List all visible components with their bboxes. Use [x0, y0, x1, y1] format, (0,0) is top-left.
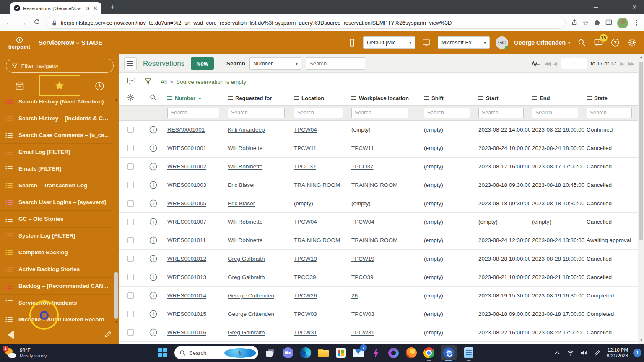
column-filter-input-requested-for[interactable] [228, 108, 285, 118]
column-filter-input-end[interactable] [532, 108, 578, 118]
info-icon[interactable] [149, 144, 157, 152]
record-link[interactable]: TRAINING ROOM [351, 237, 397, 243]
info-icon[interactable] [149, 255, 157, 263]
back-button[interactable]: ← [4, 19, 14, 27]
global-search-icon[interactable] [576, 37, 587, 48]
row-checkbox[interactable] [127, 292, 134, 299]
chrome-button[interactable] [423, 347, 434, 359]
browser-menu-icon[interactable]: ⋮ [633, 19, 640, 27]
column-header-end[interactable]: End [530, 91, 584, 105]
column-menu-icon[interactable] [351, 94, 356, 102]
previous-page-icon[interactable]: ◀ [553, 61, 557, 66]
tab-favorites[interactable] [39, 75, 80, 96]
row-checkbox[interactable] [127, 274, 134, 280]
record-link[interactable]: Kriti Amardeep [228, 127, 265, 133]
record-link[interactable]: WRES0001007 [167, 219, 206, 225]
record-link[interactable]: WRES0001001 [167, 145, 206, 151]
page-number-input[interactable] [561, 58, 587, 69]
record-link[interactable]: Eric Blaser [228, 200, 255, 207]
column-menu-icon[interactable] [228, 94, 233, 102]
list-search-icon[interactable] [141, 91, 165, 105]
breadcrumb-all-link[interactable]: All [161, 79, 167, 85]
record-link[interactable]: Will Robinette [228, 219, 262, 225]
row-checkbox[interactable] [127, 329, 134, 336]
sidebar-item[interactable]: Search History – [Incidents & C… [0, 110, 112, 127]
record-link[interactable]: TPCO37 [294, 163, 316, 170]
taskbar-clock[interactable]: 12:10 PM 8/21/2023 [607, 347, 628, 359]
column-header-state[interactable]: State [584, 91, 638, 105]
column-menu-icon[interactable] [424, 94, 429, 102]
sidebar-item[interactable]: Search User Logins – [sysevent] [0, 194, 112, 211]
scroll-up-icon[interactable]: ▲ [638, 55, 644, 59]
filter-navigator[interactable] [6, 59, 114, 73]
extensions-puzzle-icon[interactable] [594, 19, 600, 27]
info-icon[interactable] [149, 273, 157, 281]
chat-icon[interactable]: 15 [593, 37, 604, 48]
column-filter-input-state[interactable] [587, 108, 632, 118]
side-panel-icon[interactable] [605, 19, 612, 27]
row-checkbox[interactable] [127, 219, 134, 225]
phone-device-select[interactable]: Default [Mic ▾ [363, 36, 415, 49]
sidebar-scrollbar[interactable]: ▲ ▼ [114, 98, 118, 323]
search-column-select[interactable]: Number ▾ [249, 57, 301, 70]
settings-gear-icon[interactable] [626, 37, 637, 48]
window-close-button[interactable]: ✕ [625, 0, 644, 14]
browser-tab[interactable]: Reservations | ServiceNow – STA ✕ [10, 2, 101, 14]
forward-button[interactable]: → [18, 19, 28, 27]
file-explorer-button[interactable] [317, 347, 329, 359]
edit-favorites-pencil-icon[interactable] [104, 330, 112, 340]
record-link[interactable]: Will Robinette [228, 237, 262, 243]
microsoft-store-button[interactable] [335, 347, 346, 359]
sidebar-item[interactable]: Search History (Need Attention) [0, 96, 112, 110]
browser-profile-avatar[interactable] [617, 18, 628, 28]
record-link[interactable]: WRES0001013 [167, 274, 206, 280]
column-header-shift[interactable]: Shift [421, 91, 476, 105]
info-icon[interactable] [149, 126, 157, 134]
record-link[interactable]: TRAINING ROOM [351, 182, 397, 188]
last-page-icon[interactable]: ▶▶ [628, 61, 633, 66]
record-link[interactable]: TPCW04 [351, 219, 374, 225]
record-link[interactable]: TPCW31 [351, 329, 374, 336]
record-link[interactable]: TPCO39 [294, 274, 316, 280]
info-icon[interactable] [149, 310, 157, 318]
record-link[interactable]: TPCW31 [294, 329, 317, 336]
help-icon[interactable]: ? [610, 37, 621, 48]
weather-widget[interactable]: 1 98°F Mostly sunny [4, 344, 47, 362]
sidebar-item[interactable]: Search – Transaction Log [0, 177, 112, 194]
tray-chevron-icon[interactable] [553, 351, 561, 354]
user-menu[interactable]: George Crittenden▾ [514, 39, 570, 46]
record-link[interactable]: George Crittenden [228, 292, 274, 299]
edge-button[interactable] [300, 347, 311, 359]
desktop-icon[interactable] [421, 37, 432, 48]
snipping-tool-button[interactable] [370, 347, 382, 359]
next-page-icon[interactable]: ▶ [620, 61, 624, 66]
column-menu-icon[interactable] [167, 94, 172, 102]
record-link[interactable]: Greg Galbraith [228, 329, 265, 336]
sidebar-scroll-thumb[interactable] [114, 272, 118, 319]
record-link[interactable]: TPCO37 [351, 163, 374, 170]
record-link[interactable]: TPCW03 [294, 311, 317, 317]
record-link[interactable]: TPCW04 [294, 127, 317, 133]
record-link[interactable]: RESA0001001 [167, 127, 205, 133]
phone-icon[interactable] [346, 37, 357, 48]
column-filter-input-location[interactable] [294, 108, 343, 118]
share-icon[interactable] [571, 19, 578, 27]
sidebar-item[interactable]: Complete Backlog [0, 244, 112, 261]
sidebar-item[interactable]: GC – Old Stories [0, 211, 112, 228]
tab-close-icon[interactable]: ✕ [93, 5, 98, 11]
list-personalize-gear-icon[interactable] [119, 91, 141, 105]
record-link[interactable]: Greg Galbraith [228, 256, 265, 262]
sidebar-item[interactable]: Backlog – [Recommended CAN… [0, 278, 112, 295]
reload-button[interactable] [32, 18, 42, 27]
column-header-location[interactable]: Location [291, 91, 349, 105]
row-checkbox[interactable] [127, 200, 134, 207]
row-checkbox[interactable] [127, 311, 134, 317]
column-header-workplace-location[interactable]: Workplace location [349, 91, 421, 105]
collapse-sidebar-icon[interactable] [8, 330, 14, 339]
tab-all-applications[interactable] [0, 75, 39, 96]
info-icon[interactable] [149, 218, 157, 226]
scroll-down-icon[interactable]: ▼ [638, 339, 644, 342]
record-link[interactable]: 26 [351, 292, 358, 299]
column-filter-input-number[interactable] [167, 108, 219, 118]
record-link[interactable]: Eric Blaser [228, 182, 255, 188]
